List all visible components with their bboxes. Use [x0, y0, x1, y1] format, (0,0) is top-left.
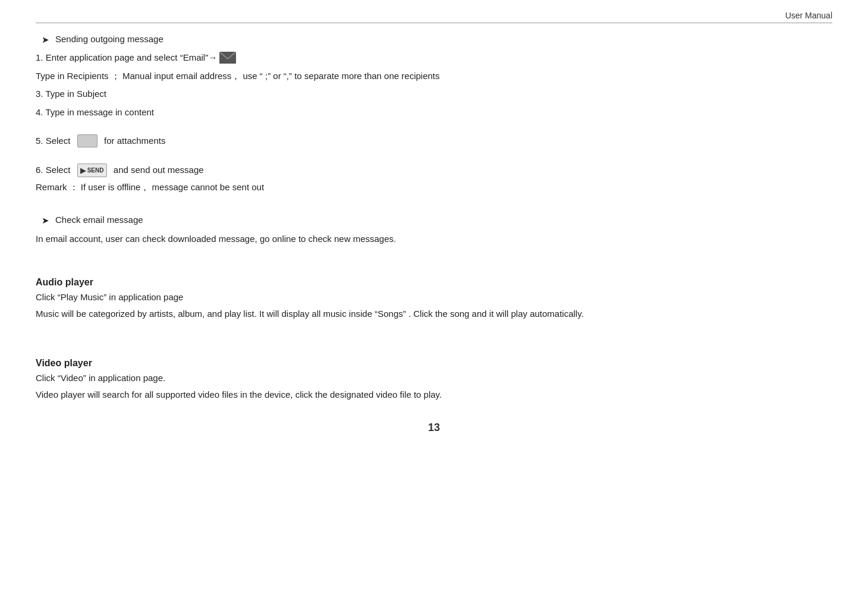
- step-6: 6. Select ▶ SEND and send out message: [36, 163, 832, 178]
- audio-line1: Click “Play Music” in application page: [36, 290, 832, 304]
- remark-text: Remark ： If user is offline， message can…: [36, 182, 832, 193]
- check-email-heading: Check email message: [55, 215, 143, 225]
- step-5-after: for attachments: [99, 134, 166, 148]
- step-5-before: 5. Select: [36, 134, 76, 148]
- send-label: SEND: [87, 166, 104, 175]
- step-6-before: 6. Select: [36, 163, 76, 177]
- audio-line2: Music will be categorized by artists, al…: [36, 307, 832, 321]
- page-container: User Manual ➤ Sending outgoing message 1…: [0, 0, 868, 446]
- step-4-text: 4. Type in message in content: [36, 107, 154, 117]
- step-4: 4. Type in message in content: [36, 106, 832, 120]
- step-1-text: 1. Enter application page and select “Em…: [36, 51, 217, 65]
- step-6-after: and send out message: [109, 163, 204, 177]
- check-email-body: In email account, user can check downloa…: [36, 232, 832, 246]
- video-heading: Video player: [36, 358, 832, 369]
- email-icon: [219, 52, 236, 64]
- video-section: Video player Click “Video” in applicatio…: [36, 358, 832, 402]
- video-line1: Click “Video” in application page.: [36, 371, 832, 385]
- video-line2: Video player will search for all support…: [36, 388, 832, 402]
- sending-heading: Sending outgoing message: [55, 34, 163, 44]
- header-bar: User Manual: [36, 11, 832, 23]
- check-email-heading-row: ➤ Check email message: [36, 215, 832, 226]
- page-number: 13: [428, 422, 440, 434]
- step-5: 5. Select for attachments: [36, 134, 832, 148]
- step-2-text: Type in Recipients ； Manual input email …: [36, 71, 440, 81]
- step-3-text: 3. Type in Subject: [36, 89, 106, 99]
- send-icon: ▶ SEND: [77, 163, 107, 178]
- audio-section: Audio player Click “Play Music” in appli…: [36, 277, 832, 321]
- step-2: Type in Recipients ； Manual input email …: [36, 70, 832, 83]
- attachment-icon: [77, 134, 98, 147]
- header-title: User Manual: [785, 11, 832, 20]
- step-1: 1. Enter application page and select “Em…: [36, 51, 832, 65]
- send-arrow: ▶: [80, 165, 86, 177]
- bullet-arrow-sending: ➤: [42, 34, 49, 45]
- step-3: 3. Type in Subject: [36, 87, 832, 101]
- bullet-arrow-check: ➤: [42, 215, 49, 226]
- audio-heading: Audio player: [36, 277, 832, 288]
- section-sending-heading-row: ➤ Sending outgoing message: [36, 34, 832, 45]
